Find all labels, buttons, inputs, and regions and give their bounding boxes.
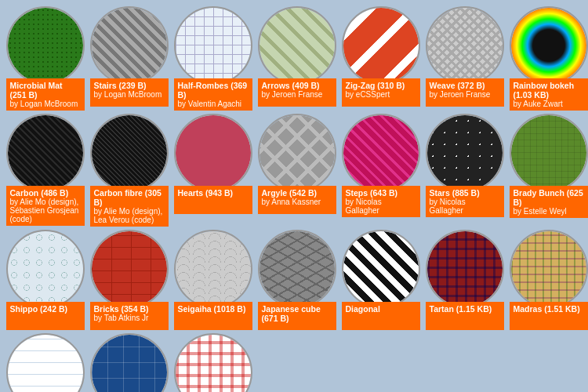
item-lined-paper[interactable]: Lined paper (209): [3, 333, 87, 392]
item-diagonal[interactable]: Diagonal: [339, 230, 423, 333]
pattern-bg-blueprint-grid: [92, 335, 167, 392]
info-box-weave: Weave (372 B)by Jeroen Franse: [426, 78, 504, 107]
info-box-zig-zag: Zig-Zag (310 B)by eCSSpert: [342, 78, 420, 107]
pattern-circle-blueprint-grid: [90, 333, 169, 392]
pattern-circle-microbial-mat: [6, 6, 85, 85]
item-author-brady-bunch: by Estelle Weyl: [514, 207, 584, 216]
info-box-brady-bunch: Brady Bunch (625 B)by Estelle Weyl: [510, 186, 588, 218]
item-author-rainbow-bokeh: by Auke Zwart: [514, 100, 584, 108]
item-steps[interactable]: Steps (643 B)by Nicolas Gallagher: [339, 114, 423, 230]
pattern-circle-tablecloth: [174, 333, 252, 392]
item-zig-zag[interactable]: Zig-Zag (310 B)by eCSSpert: [339, 6, 423, 114]
item-carbon[interactable]: Carbon (486 B)by Alie Mo (design), Sébas…: [3, 114, 87, 230]
pattern-circle-carbon-fibre: [90, 114, 169, 192]
item-half-rombes[interactable]: Half-Rombes (369 B)by Valentin Agachi: [171, 6, 255, 114]
item-title-hearts: Hearts (943 B): [178, 188, 234, 198]
info-box-arrows: Arrows (409 B)by Jeroen Franse: [258, 78, 336, 107]
info-box-steps: Steps (643 B)by Nicolas Gallagher: [342, 186, 420, 217]
item-title-arrows: Arrows (409 B): [262, 81, 320, 90]
item-author-weave: by Jeroen Franse: [430, 90, 500, 99]
item-tablecloth[interactable]: Tablecloth (169 B): [171, 333, 255, 392]
item-author-carbon-fibre: by Alie Mo (design), Lea Verou (code): [94, 207, 165, 224]
pattern-circle-hearts: [174, 114, 252, 192]
info-box-microbial-mat: Microbial Mat (251 B)by Logan McBroom: [6, 78, 85, 111]
item-argyle[interactable]: Argyle (542 B)by Anna Kassner: [255, 114, 339, 230]
info-box-japanese-cube: Japanese cube (671 B): [258, 302, 336, 330]
pattern-bg-brady-bunch: [511, 115, 586, 191]
pattern-bg-argyle: [260, 115, 335, 191]
pattern-bg-tartan: [427, 231, 503, 307]
item-stars[interactable]: Stars (885 B)by Nicolas Gallagher: [423, 114, 506, 230]
pattern-circle-stairs: [90, 6, 169, 85]
pattern-circle-bricks: [90, 230, 169, 308]
item-title-japanese-cube: Japanese cube (671 B): [262, 304, 321, 323]
pattern-grid: Microbial Mat (251 B)by Logan McBroomSta…: [0, 0, 588, 392]
pattern-circle-zig-zag: [342, 6, 420, 85]
info-box-carbon: Carbon (486 B)by Alie Mo (design), Sébas…: [6, 186, 85, 226]
pattern-circle-brady-bunch: [510, 114, 588, 192]
info-box-bricks: Bricks (354 B)by Tab Atkins Jr: [90, 302, 169, 330]
item-hearts[interactable]: Hearts (943 B): [171, 114, 255, 230]
info-box-argyle: Argyle (542 B)by Anna Kassner: [258, 186, 336, 214]
pattern-bg-tablecloth: [176, 335, 251, 392]
item-title-shippo: Shippo (242 B): [10, 304, 68, 314]
pattern-bg-weave: [427, 8, 503, 83]
item-microbial-mat[interactable]: Microbial Mat (251 B)by Logan McBroom: [3, 6, 87, 114]
item-rainbow-bokeh[interactable]: Rainbow bokeh (1.03 KB)by Auke Zwart: [506, 6, 588, 114]
item-weave[interactable]: Weave (372 B)by Jeroen Franse: [423, 6, 506, 114]
item-author-half-rombes: by Valentin Agachi: [178, 100, 249, 108]
item-title-diagonal: Diagonal: [346, 304, 380, 314]
pattern-bg-stars: [427, 115, 503, 191]
item-author-arrows: by Jeroen Franse: [262, 90, 332, 99]
pattern-circle-half-rombes: [174, 6, 252, 85]
item-arrows[interactable]: Arrows (409 B)by Jeroen Franse: [255, 6, 339, 114]
item-title-stars: Stars (885 B): [430, 188, 480, 198]
pattern-circle-stars: [426, 114, 504, 192]
item-title-brady-bunch: Brady Bunch (625 B): [514, 188, 583, 207]
item-bricks[interactable]: Bricks (354 B)by Tab Atkins Jr: [87, 230, 171, 333]
item-title-stairs: Stairs (239 B): [94, 81, 147, 90]
item-author-carbon: by Alie Mo (design), Sébastien Grosjean …: [10, 198, 81, 223]
item-stairs[interactable]: Stairs (239 B)by Logan McBroom: [87, 6, 171, 114]
pattern-circle-diagonal: [342, 230, 420, 308]
info-box-tartan: Tartan (1.15 KB): [426, 302, 504, 330]
item-title-argyle: Argyle (542 B): [262, 188, 318, 198]
item-shippo[interactable]: Shippo (242 B): [3, 230, 87, 333]
item-author-stars: by Nicolas Gallagher: [430, 198, 500, 215]
item-author-argyle: by Anna Kassner: [262, 198, 332, 206]
item-title-rainbow-bokeh: Rainbow bokeh (1.03 KB): [514, 81, 575, 100]
pattern-bg-steps: [343, 115, 419, 191]
item-carbon-fibre[interactable]: Carbon fibre (305 B)by Alie Mo (design),…: [87, 114, 171, 230]
pattern-bg-hearts: [176, 115, 251, 191]
pattern-bg-carbon-fibre: [92, 115, 167, 191]
pattern-circle-tartan: [426, 230, 504, 308]
item-japanese-cube[interactable]: Japanese cube (671 B): [255, 230, 339, 333]
item-seigaiha[interactable]: Seigaiha (1018 B): [171, 230, 255, 333]
item-brady-bunch[interactable]: Brady Bunch (625 B)by Estelle Weyl: [506, 114, 588, 230]
pattern-circle-shippo: [6, 230, 85, 308]
item-author-zig-zag: by eCSSpert: [346, 90, 416, 99]
item-title-half-rombes: Half-Rombes (369 B): [178, 81, 248, 100]
item-title-weave: Weave (372 B): [430, 81, 485, 90]
item-author-steps: by Nicolas Gallagher: [346, 198, 416, 215]
info-box-stars: Stars (885 B)by Nicolas Gallagher: [426, 186, 504, 217]
item-blueprint-grid[interactable]: Blueprint grid: [87, 333, 171, 392]
pattern-bg-carbon: [8, 115, 83, 191]
item-title-microbial-mat: Microbial Mat (251 B): [10, 81, 63, 100]
pattern-bg-bricks: [92, 231, 167, 307]
pattern-circle-steps: [342, 114, 420, 192]
item-title-steps: Steps (643 B): [346, 188, 398, 198]
pattern-circle-madras: [510, 230, 588, 308]
info-box-hearts: Hearts (943 B): [174, 186, 252, 214]
pattern-circle-japanese-cube: [258, 230, 336, 308]
info-box-diagonal: Diagonal: [342, 302, 420, 330]
item-madras[interactable]: Madras (1.51 KB): [506, 230, 588, 333]
item-tartan[interactable]: Tartan (1.15 KB): [423, 230, 506, 333]
pattern-bg-stairs: [92, 8, 167, 83]
pattern-bg-lined-paper: [8, 335, 83, 392]
pattern-bg-madras: [511, 231, 586, 307]
item-title-bricks: Bricks (354 B): [94, 304, 149, 314]
info-box-rainbow-bokeh: Rainbow bokeh (1.03 KB)by Auke Zwart: [510, 78, 588, 111]
pattern-bg-zig-zag: [343, 8, 419, 83]
pattern-circle-seigaiha: [174, 230, 252, 308]
